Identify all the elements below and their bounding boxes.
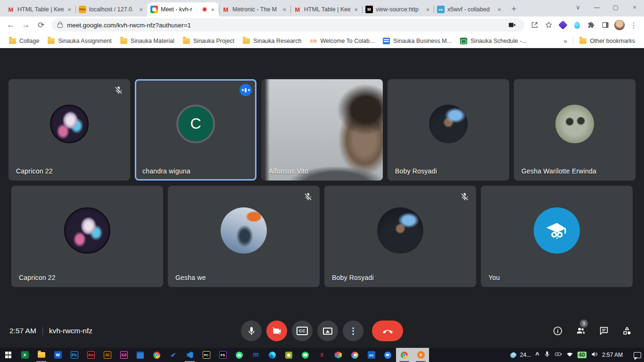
bookmark-welcome-to-colab[interactable]: COWelcome To Colab... xyxy=(305,36,379,46)
extensions-puzzle-icon[interactable] xyxy=(585,18,598,32)
tab-close-icon[interactable]: × xyxy=(138,6,144,13)
bookmarks-overflow-chevron[interactable]: » xyxy=(560,37,571,45)
bookmark-collage[interactable]: Collage xyxy=(5,36,43,46)
browser-menu-icon[interactable]: ⋮ xyxy=(627,18,640,32)
taskbar-hexagon-app[interactable] xyxy=(330,348,347,362)
tray-chevron-icon[interactable]: ^ xyxy=(535,351,539,359)
bookmark-sinauka-business-m[interactable]: Sinauka Business M... xyxy=(379,36,456,46)
microphone-tray-icon[interactable] xyxy=(544,351,551,359)
adobe-xd-icon: Xd xyxy=(120,351,128,359)
camera-off-button[interactable] xyxy=(266,321,287,341)
new-tab-button[interactable]: + xyxy=(507,2,520,16)
taskbar-oc-app[interactable]: oc xyxy=(363,348,380,362)
taskbar-todo-check-app[interactable]: ✔ xyxy=(165,348,182,362)
tab-close-icon[interactable]: × xyxy=(425,6,430,13)
tab-metronic-the-m[interactable]: MMetronic - The M× xyxy=(219,2,290,16)
profile-avatar[interactable] xyxy=(613,18,626,32)
taskbar-adobe-xd[interactable]: Xd xyxy=(116,348,132,362)
taskbar-excel[interactable]: X xyxy=(17,348,33,362)
taskbar-clock[interactable]: 2:57 AM xyxy=(602,352,623,358)
bookmark-sinauka-schedule[interactable]: Sinauka Schedule -... xyxy=(456,36,531,46)
bookmark-sinauka-material[interactable]: Sinauka Material xyxy=(116,36,179,46)
participant-tile-capricon-22[interactable]: Capricon 22 xyxy=(11,186,163,287)
reload-button[interactable]: ⟳ xyxy=(34,18,48,32)
action-center-icon[interactable] xyxy=(634,352,641,358)
secure-lock-icon[interactable] xyxy=(58,24,63,28)
extension-drop-icon[interactable] xyxy=(570,18,584,32)
share-icon[interactable] xyxy=(528,18,541,32)
participant-tile-boby-rosyadi[interactable]: Boby Rosyadi xyxy=(324,186,476,287)
tab-view-source-http[interactable]: Mview-source:http× xyxy=(362,2,434,16)
tab-html-table-kee[interactable]: MHTML Table | Kee× xyxy=(4,2,75,16)
taskbar-chrome[interactable] xyxy=(149,348,165,362)
leave-call-button[interactable] xyxy=(372,321,403,341)
taskbar-whatsapp[interactable]: ☎ xyxy=(297,348,314,362)
taskbar-screen-recorder[interactable] xyxy=(281,348,297,362)
tab-html-table-kee[interactable]: MHTML Table | Kee× xyxy=(290,2,362,16)
present-button[interactable] xyxy=(317,321,338,341)
bookmark-sinauka-project[interactable]: Sinauka Project xyxy=(179,36,239,46)
participant-tile-gesha-warilotte-erwinda[interactable]: Gesha Warilotte Erwinda xyxy=(514,79,636,181)
taskbar-calendar-app[interactable] xyxy=(132,348,149,362)
participant-tile-you[interactable]: You xyxy=(481,186,633,287)
more-options-button[interactable]: ⋮ xyxy=(343,321,363,341)
taskbar-sketch-swirl-app[interactable]: S xyxy=(314,348,330,362)
tab-meet-kvh-r[interactable]: Meet - kvh-r× xyxy=(147,2,219,16)
taskbar-mail[interactable]: ✉ xyxy=(248,348,264,362)
camera-in-use-icon[interactable] xyxy=(505,18,519,32)
address-bar[interactable]: meet.google.com/kvh-rwcm-nfz?authuser=1 xyxy=(52,18,524,32)
participant-tile-gesha-we[interactable]: Gesha we xyxy=(168,186,320,287)
participants-button[interactable]: 9 xyxy=(575,325,586,337)
bookmark-sinauka-assignment[interactable]: Sinauka Assignment xyxy=(43,36,116,46)
taskbar-photos-app[interactable] xyxy=(347,348,363,362)
chat-button[interactable] xyxy=(598,325,610,337)
activities-button[interactable] xyxy=(621,325,633,337)
taskbar-android-studio[interactable] xyxy=(231,348,248,362)
maximize-button[interactable]: ▢ xyxy=(606,0,625,14)
weather-icon[interactable] xyxy=(509,351,517,359)
weather-temp[interactable]: 24... xyxy=(520,352,531,358)
taskbar-xampp[interactable]: X xyxy=(413,348,429,362)
taskbar-chrome-active[interactable] xyxy=(396,348,413,362)
tab-close-icon[interactable]: × xyxy=(496,6,502,13)
participant-tile-capricon-22[interactable]: Capricon 22 xyxy=(8,79,130,181)
taskbar-phpstorm[interactable]: PS xyxy=(215,348,231,362)
taskbar-illustrator[interactable]: Ai xyxy=(99,348,116,362)
wifi-icon[interactable] xyxy=(566,351,573,359)
side-panel-icon[interactable] xyxy=(599,18,612,32)
microphone-button[interactable] xyxy=(241,321,262,341)
tab-x5wvf-collabed[interactable]: cex5wvf - collabed× xyxy=(434,2,505,16)
tab-search-button[interactable]: ∨ xyxy=(569,0,587,14)
close-button[interactable]: × xyxy=(625,0,644,14)
tab-close-icon[interactable]: × xyxy=(281,6,287,13)
bookmark-star-icon[interactable] xyxy=(542,18,555,32)
taskbar-file-explorer[interactable] xyxy=(33,348,50,362)
url-text[interactable]: meet.google.com/kvh-rwcm-nfz?authuser=1 xyxy=(67,22,191,29)
volume-icon[interactable] xyxy=(591,351,598,359)
other-bookmarks[interactable]: Other bookmarks xyxy=(575,36,639,46)
battery-icon[interactable] xyxy=(555,351,562,359)
participant-tile-boby-rosyadi[interactable]: Boby Rosyadi xyxy=(388,79,509,181)
taskbar-edge[interactable] xyxy=(264,348,281,362)
taskbar-vscode[interactable] xyxy=(182,348,198,362)
minimize-button[interactable]: — xyxy=(587,0,606,14)
participant-tile-chandra-wiguna[interactable]: Cchandra wiguna xyxy=(135,79,256,181)
meeting-details-button[interactable] xyxy=(552,325,563,337)
taskbar-zoom-app[interactable] xyxy=(380,348,396,362)
tab-close-icon[interactable]: × xyxy=(210,6,215,13)
tab-close-icon[interactable]: × xyxy=(353,6,359,13)
taskbar-pycharm[interactable]: PC xyxy=(198,348,215,362)
back-button[interactable]: ← xyxy=(4,18,18,32)
bookmark-sinauka-research[interactable]: Sinauka Research xyxy=(239,36,305,46)
taskbar-start-button[interactable] xyxy=(0,348,17,362)
taskbar-word[interactable]: W xyxy=(50,348,66,362)
forward-button[interactable]: → xyxy=(19,18,33,32)
taskbar-photoshop[interactable]: Ps xyxy=(66,348,83,362)
tab-close-icon[interactable]: × xyxy=(66,6,72,13)
captions-button[interactable]: CC xyxy=(292,321,313,341)
participant-tile-alfonsus-vito[interactable]: Alfonsus Vito xyxy=(261,79,383,181)
extension-diamond-icon[interactable] xyxy=(556,18,570,32)
tab-localhost-127-0[interactable]: PMAlocalhost / 127.0.× xyxy=(75,2,147,16)
battery-percent-badge[interactable]: 40 xyxy=(578,352,586,358)
taskbar-animate[interactable]: An xyxy=(83,348,99,362)
